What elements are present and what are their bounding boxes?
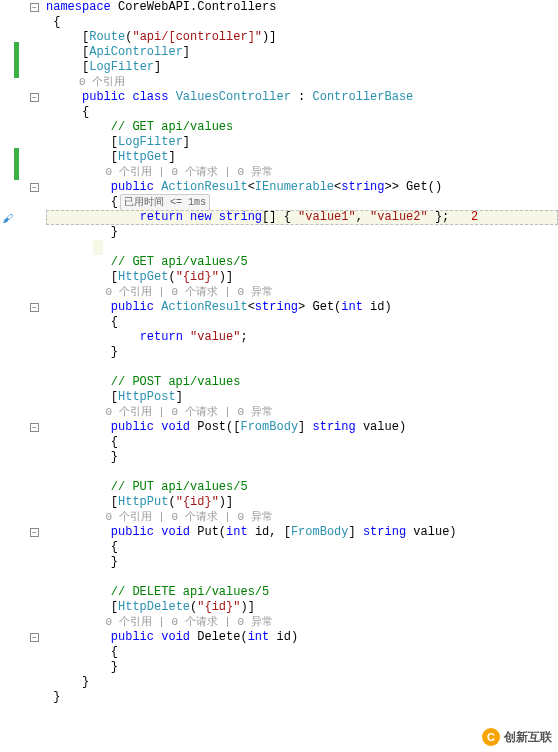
code-line[interactable]: public void Post([FromBody] string value… [46,420,558,435]
code-editor[interactable]: −namespace CoreWebAPI.Controllers { [Rou… [0,0,558,705]
code-line[interactable]: [LogFilter] [46,60,558,75]
code-line[interactable]: { [46,540,558,555]
code-line[interactable]: // GET api/values [46,120,558,135]
code-line[interactable]: } [46,225,558,240]
code-line[interactable]: } [46,450,558,465]
code-line[interactable]: return "value"; [46,330,558,345]
code-line[interactable]: // GET api/values/5 [46,255,558,270]
code-line[interactable]: public class ValuesController : Controll… [46,90,558,105]
code-line[interactable]: public void Delete(int id) [46,630,558,645]
code-line[interactable]: } [46,345,558,360]
fold-toggle[interactable]: − [30,93,39,102]
code-line[interactable]: [LogFilter] [46,135,558,150]
fold-toggle[interactable]: − [30,303,39,312]
code-line[interactable] [46,465,558,480]
code-line[interactable]: namespace CoreWebAPI.Controllers [46,0,558,15]
fold-toggle[interactable]: − [30,3,39,12]
code-line[interactable]: {已用时间 <= 1ms [46,194,558,211]
code-line[interactable] [46,570,558,585]
code-line[interactable]: { [46,315,558,330]
code-line[interactable]: { [46,105,558,120]
code-line[interactable]: { [46,435,558,450]
code-line[interactable]: { [46,645,558,660]
codelens[interactable]: 0 个引用 [46,75,558,90]
code-line[interactable]: } [46,555,558,570]
code-line[interactable]: } [46,660,558,675]
codelens[interactable]: 0 个引用 | 0 个请求 | 0 异常 [46,615,558,630]
code-line[interactable] [46,360,558,375]
code-line[interactable] [46,240,558,255]
code-line[interactable]: [HttpPut("{id}")] [46,495,558,510]
watermark-logo-icon: C [482,728,500,746]
code-line[interactable]: [HttpPost] [46,390,558,405]
code-line[interactable]: public ActionResult<string> Get(int id) [46,300,558,315]
fold-toggle[interactable]: − [30,183,39,192]
code-line[interactable]: [HttpDelete("{id}")] [46,600,558,615]
brace-highlight [93,240,103,255]
codelens[interactable]: 0 个引用 | 0 个请求 | 0 异常 [46,510,558,525]
code-line[interactable]: // PUT api/values/5 [46,480,558,495]
perf-hint: 已用时间 <= 1ms [120,194,210,211]
code-line[interactable]: // DELETE api/values/5 [46,585,558,600]
code-line[interactable]: public ActionResult<IEnumerable<string>>… [46,180,558,195]
code-line[interactable]: [HttpGet] [46,150,558,165]
fold-toggle[interactable]: − [30,423,39,432]
code-line[interactable]: { [46,15,558,30]
code-line[interactable]: return new string[] { "value1", "value2"… [46,210,558,225]
watermark-text: 创新互联 [504,729,552,746]
codelens[interactable]: 0 个引用 | 0 个请求 | 0 异常 [46,285,558,300]
codelens[interactable]: 0 个引用 | 0 个请求 | 0 异常 [46,165,558,180]
debug-annotation: 2 [471,210,478,225]
fold-toggle[interactable]: − [30,633,39,642]
code-line[interactable]: // POST api/values [46,375,558,390]
fold-toggle[interactable]: − [30,528,39,537]
code-line[interactable]: [Route("api/[controller]")] [46,30,558,45]
watermark: C 创新互联 [482,728,552,746]
code-line[interactable]: } [46,675,558,690]
code-line[interactable]: public void Put(int id, [FromBody] strin… [46,525,558,540]
codelens[interactable]: 0 个引用 | 0 个请求 | 0 异常 [46,405,558,420]
code-line[interactable]: [ApiController] [46,45,558,60]
code-line[interactable]: } [46,690,558,705]
code-line[interactable]: [HttpGet("{id}")] [46,270,558,285]
